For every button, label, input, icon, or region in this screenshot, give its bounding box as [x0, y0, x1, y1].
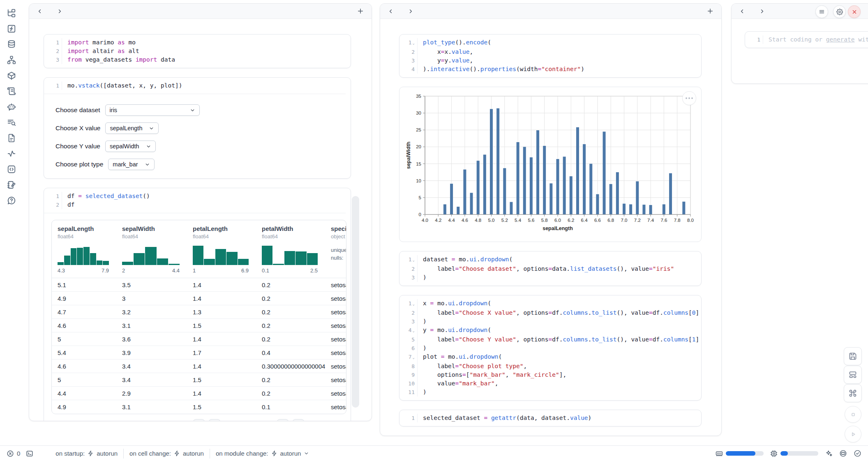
- fold-chevron-icon[interactable]: ⌄: [413, 41, 415, 45]
- fold-chevron-icon[interactable]: ⌄: [413, 302, 415, 306]
- plot-type-dropdown[interactable]: mark_bar: [108, 159, 154, 170]
- chevron-left-icon[interactable]: [388, 8, 394, 14]
- file-tree-icon[interactable]: [7, 8, 16, 18]
- column-name: sepalLength: [58, 225, 116, 232]
- cell-imports[interactable]: 1import marimo as mo2import altair as al…: [44, 34, 351, 68]
- error-count: 0: [17, 450, 20, 457]
- column-header[interactable]: sepalWidthfloat6424.4: [116, 225, 187, 278]
- cell-vstack[interactable]: 1mo.vstack([dataset, x, y, plot]) Choose…: [44, 77, 351, 179]
- cell-dataframe[interactable]: 1df = selected_dataset()2df sepalLengthf…: [44, 188, 351, 421]
- fold-chevron-icon[interactable]: ⌄: [413, 355, 415, 360]
- copilot-button[interactable]: [839, 449, 847, 457]
- code-editor[interactable]: 1Start coding or generate with AI: [745, 35, 867, 44]
- packages-icon[interactable]: [7, 71, 16, 81]
- cell-xy-plot-dropdowns[interactable]: 1⌄x = mo.ui.dropdown(2 label="Choose X v…: [399, 295, 702, 401]
- code-editor[interactable]: 1mo.vstack([dataset, x, y, plot]): [44, 81, 346, 90]
- code-editor[interactable]: 1df = selected_dataset()2df: [44, 192, 346, 209]
- dropdown-value: sepalWidth: [110, 143, 139, 150]
- prev-page-button[interactable]: [208, 419, 221, 421]
- table-row: 4.42.91.40.2setosa: [52, 387, 346, 400]
- runtime-on-cell-change[interactable]: on cell change: autorun: [129, 450, 204, 457]
- on-startup-label: on startup:: [55, 450, 85, 457]
- runtime-on-startup[interactable]: on startup: autorun: [55, 450, 118, 457]
- x-value-dropdown[interactable]: sepalLength: [105, 122, 159, 134]
- terminal-button[interactable]: [26, 450, 33, 457]
- svg-text:4.4: 4.4: [448, 218, 455, 223]
- add-cell-icon[interactable]: [706, 7, 714, 15]
- ai-assist-button[interactable]: [825, 449, 833, 457]
- panel-header: [380, 4, 721, 19]
- table-footer: 150 rows, 5 columns Page 1 of 15: [51, 419, 346, 421]
- code-editor[interactable]: 1selected_dataset = getattr(data, datase…: [399, 414, 696, 422]
- last-page-button[interactable]: [292, 419, 305, 421]
- chevron-right-icon[interactable]: [408, 8, 414, 14]
- snippets-icon[interactable]: [7, 133, 16, 143]
- panel-scrollbar[interactable]: [352, 196, 359, 408]
- variables-icon[interactable]: [7, 24, 16, 34]
- list-search-icon[interactable]: [7, 118, 16, 127]
- table-cell: 3.4: [116, 376, 187, 383]
- memory-icon: [716, 450, 723, 457]
- datasources-icon[interactable]: [7, 39, 16, 49]
- line-number: 2: [44, 201, 62, 209]
- altair-bar-chart[interactable]: 4.04.24.44.64.85.05.25.45.65.86.06.26.46…: [404, 90, 695, 237]
- tracing-icon[interactable]: [7, 149, 16, 159]
- command-icon[interactable]: [844, 384, 862, 402]
- copilot-icon: [839, 449, 847, 457]
- errors-indicator[interactable]: 0: [7, 450, 20, 457]
- chevron-right-icon[interactable]: [57, 8, 63, 14]
- chevron-left-icon[interactable]: [37, 8, 43, 14]
- table-cell: 1.5: [187, 403, 256, 410]
- column-name: sepalWidth: [122, 225, 187, 232]
- table-cell: setosa: [325, 281, 346, 288]
- column-header[interactable]: speciesobjectunique:nulls:: [325, 225, 346, 278]
- code-editor[interactable]: 1⌄x = mo.ui.dropdown(2 label="Choose X v…: [399, 299, 696, 396]
- first-page-button[interactable]: [193, 419, 205, 421]
- code-square-icon[interactable]: [7, 164, 16, 174]
- cell-dataset-dropdown[interactable]: 1⌄dataset = mo.ui.dropdown(2 label="Choo…: [399, 251, 702, 286]
- gear-icon[interactable]: [833, 5, 846, 18]
- svg-text:5.8: 5.8: [541, 218, 548, 223]
- svg-text:7.6: 7.6: [660, 218, 667, 223]
- column-header[interactable]: petalWidthfloat640.12.5: [256, 225, 325, 278]
- cell-empty-editor[interactable]: 1Start coding or generate with AI: [745, 31, 868, 48]
- code-editor[interactable]: 1⌄dataset = mo.ui.dropdown(2 label="Choo…: [399, 255, 696, 282]
- add-cell-icon[interactable]: [357, 7, 364, 15]
- svg-text:7.2: 7.2: [634, 218, 641, 223]
- table-cell: setosa: [325, 403, 346, 410]
- fold-chevron-icon[interactable]: ⌄: [413, 329, 415, 333]
- table-row: 53.61.40.2setosa: [52, 332, 346, 346]
- next-page-button[interactable]: [277, 419, 289, 421]
- cell-selected-dataset[interactable]: 1selected_dataset = getattr(data, datase…: [399, 410, 702, 426]
- table-row: 5.43.91.70.4setosa: [52, 346, 346, 360]
- hamburger-menu-icon[interactable]: [815, 5, 828, 18]
- runtime-on-module-change[interactable]: on module change: autorun: [216, 450, 309, 457]
- connection-status[interactable]: [854, 449, 861, 457]
- help-icon[interactable]: [7, 196, 16, 205]
- scratchpad-icon[interactable]: [7, 180, 16, 190]
- cell-plot-encode[interactable]: 1⌄plot_type().encode(2 x=x.value,3 y=y.v…: [399, 34, 702, 78]
- close-icon[interactable]: [848, 5, 861, 18]
- fold-chevron-icon[interactable]: ⌄: [413, 258, 415, 262]
- dataset-dropdown[interactable]: iris: [105, 104, 200, 116]
- dependency-graph-icon[interactable]: [7, 55, 16, 65]
- layout-icon[interactable]: [844, 366, 862, 384]
- line-number: 2: [44, 47, 62, 55]
- code-editor[interactable]: 1import marimo as mo2import altair as al…: [44, 38, 346, 64]
- chat-icon[interactable]: [7, 102, 16, 112]
- y-value-dropdown[interactable]: sepalWidth: [105, 141, 156, 152]
- column-header[interactable]: petalLengthfloat6416.9: [187, 225, 256, 278]
- chevron-left-icon[interactable]: [739, 8, 745, 14]
- line-number: 1: [44, 192, 62, 201]
- column-header[interactable]: sepalLengthfloat644.37.9: [52, 225, 116, 278]
- save-icon[interactable]: [844, 347, 862, 365]
- table-cell: 5: [52, 376, 116, 383]
- code-editor[interactable]: 1⌄plot_type().encode(2 x=x.value,3 y=y.v…: [399, 38, 696, 74]
- stop-icon[interactable]: [845, 406, 861, 423]
- chevron-right-icon[interactable]: [759, 8, 765, 14]
- table-cell: 1.4: [187, 363, 256, 370]
- panel-header: [29, 4, 372, 19]
- run-icon[interactable]: [845, 426, 861, 443]
- logs-icon[interactable]: [7, 86, 16, 96]
- chart-menu-button[interactable]: [682, 91, 696, 105]
